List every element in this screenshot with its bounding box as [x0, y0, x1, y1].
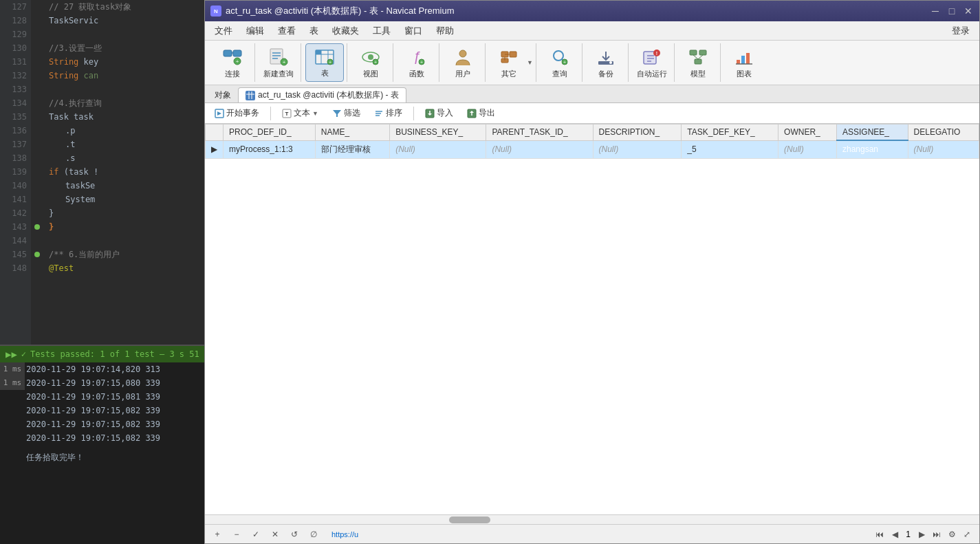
cell-description: (Null) [593, 140, 682, 158]
user-icon [452, 46, 474, 67]
expand-button[interactable]: ⤢ [960, 527, 974, 541]
prev-page-button[interactable]: ◀ [888, 527, 902, 541]
search-icon: + [549, 46, 571, 67]
svg-text:+: + [236, 58, 239, 65]
menu-favorites[interactable]: 收藏夹 [325, 22, 366, 40]
toolbar-function-group: ƒ + 函数 [395, 43, 439, 82]
toolbar-backup-button[interactable]: 备份 [587, 43, 625, 82]
toolbar-autorun-group: ! 自动运行 [630, 43, 675, 82]
settings-button[interactable]: ⚙ [945, 527, 959, 541]
model-icon [687, 46, 709, 67]
import-button[interactable]: 导入 [420, 105, 459, 121]
toolbar-other-button[interactable]: 其它 [490, 43, 528, 82]
add-record-button[interactable]: + [210, 527, 224, 541]
toolbar-new-query-button[interactable]: + 新建查询 [259, 43, 298, 82]
new-query-label: 新建查询 [263, 69, 294, 79]
log-line-6: 2020-11-29 19:07:15,082 339 [0, 431, 206, 445]
page-number: 1 [903, 530, 913, 539]
col-name[interactable]: NAME_ [315, 124, 389, 141]
table-row[interactable]: ▶ myProcess_1:1:3 部门经理审核 (Null) (Null) (… [206, 140, 979, 158]
cell-business-key: (Null) [390, 140, 486, 158]
toolbar-autorun-button[interactable]: ! 自动运行 [633, 43, 671, 82]
model-label: 模型 [690, 69, 706, 79]
view-label: 视图 [363, 69, 378, 79]
menu-tools[interactable]: 工具 [366, 22, 398, 40]
toolbar-connect-button[interactable]: + 连接 [213, 43, 252, 82]
backup-label: 备份 [598, 69, 613, 79]
discard-button[interactable]: ✕ [268, 527, 282, 541]
window-title: act_ru_task @activiti (本机数据库) - 表 - Navi… [226, 5, 930, 17]
toolbar-search-group: + 查询 [538, 43, 582, 82]
toolbar-user-button[interactable]: 用户 [444, 43, 482, 82]
toolbar-view-button[interactable]: + 视图 [351, 43, 390, 82]
menu-view[interactable]: 查看 [271, 22, 303, 40]
footer-text: 任务拾取完毕！ [0, 450, 206, 464]
toolbar-model-button[interactable]: 模型 [679, 43, 717, 82]
new-query-icon: + [268, 46, 290, 67]
refresh-button[interactable]: ↺ [287, 527, 301, 541]
toolbar-search-button[interactable]: + 查询 [541, 43, 579, 82]
col-delegation[interactable]: DELEGATIO [908, 124, 979, 141]
pagination-controls: ⏮ ◀ 1 ▶ ⏭ ⚙ ⤢ [873, 527, 974, 541]
svg-rect-54 [246, 91, 254, 99]
maximize-button[interactable]: □ [946, 6, 957, 17]
log-line-1: 2020-11-29 19:07:14,820 313 [0, 362, 206, 376]
action-bar: 开始事务 T 文本 ▼ 筛选 [205, 103, 979, 124]
horizontal-scrollbar[interactable] [205, 514, 979, 524]
menu-help[interactable]: 帮助 [429, 22, 461, 40]
scroll-thumb[interactable] [449, 516, 490, 523]
timing-badge-1: 1 ms [0, 362, 25, 376]
tab-active-table[interactable]: act_ru_task @activiti (本机数据库) - 表 [238, 87, 406, 102]
col-proc-def-id[interactable]: PROC_DEF_ID_ [224, 124, 316, 141]
action-divider-2 [413, 107, 414, 120]
col-assignee[interactable]: ASSIGNEE_ [836, 124, 908, 141]
status-url: https://u [331, 530, 358, 539]
cell-assignee: zhangsan [836, 140, 908, 158]
svg-point-21 [368, 54, 373, 60]
menu-window[interactable]: 窗口 [398, 22, 429, 40]
svg-marker-59 [217, 111, 221, 116]
menu-file[interactable]: 文件 [208, 22, 239, 40]
data-table: PROC_DEF_ID_ NAME_ BUSINESS_KEY_ PARENT_… [205, 124, 979, 159]
export-button[interactable]: 导出 [461, 105, 501, 121]
tab-object[interactable]: 对象 [208, 87, 238, 102]
next-page-button[interactable]: ▶ [915, 527, 928, 541]
log-line-4: 2020-11-29 19:07:15,082 339 [0, 404, 206, 417]
toolbar-chart-group: 图表 [722, 43, 766, 82]
close-button[interactable]: ✕ [963, 6, 974, 17]
col-parent-task-id[interactable]: PARENT_TASK_ID_ [486, 124, 593, 141]
toolbar-backup-group: 备份 [584, 43, 629, 82]
log-line-3: 2020-11-29 19:07:15,081 339 [0, 390, 206, 404]
chart-icon [733, 46, 755, 67]
null-button[interactable]: ∅ [307, 527, 320, 541]
last-page-button[interactable]: ⏭ [930, 527, 944, 541]
col-owner[interactable]: OWNER_ [778, 124, 837, 141]
col-task-def-key[interactable]: TASK_DEF_KEY_ [682, 124, 778, 141]
sort-button[interactable]: 排序 [369, 105, 408, 121]
toolbar-chart-button[interactable]: 图表 [725, 43, 763, 82]
filter-button[interactable]: 筛选 [327, 105, 366, 121]
toolbar-table-button[interactable]: + 表 [305, 43, 344, 82]
toolbar-user-group: 用户 [441, 43, 486, 82]
first-page-button[interactable]: ⏮ [873, 527, 886, 541]
apply-button[interactable]: ✓ [249, 527, 263, 541]
delete-record-button[interactable]: − [230, 527, 243, 541]
code-area: // 27 获取task对象 TaskServic //3.设置一些 Strin… [43, 0, 206, 275]
col-description[interactable]: DESCRIPTION_ [593, 124, 682, 141]
toolbar-function-button[interactable]: ƒ + 函数 [398, 43, 436, 82]
text-dropdown-arrow: ▼ [312, 110, 318, 117]
menu-edit[interactable]: 编辑 [239, 22, 271, 40]
filter-label: 筛选 [344, 107, 360, 119]
navicat-window: N act_ru_task @activiti (本机数据库) - 表 - Na… [204, 0, 980, 544]
menu-table[interactable]: 表 [303, 22, 325, 40]
table-label: 表 [321, 68, 329, 78]
minimize-button[interactable]: ─ [930, 6, 941, 17]
text-button[interactable]: T 文本 ▼ [276, 105, 324, 121]
menu-login[interactable]: 登录 [945, 22, 977, 40]
col-business-key[interactable]: BUSINESS_KEY_ [390, 124, 486, 141]
other-dropdown-arrow[interactable]: ▼ [527, 59, 533, 66]
window-controls: ─ □ ✕ [930, 6, 974, 17]
log-line-2: 2020-11-29 19:07:15,080 339 [0, 376, 206, 390]
cell-task-def-key: _5 [682, 140, 778, 158]
begin-transaction-button[interactable]: 开始事务 [209, 105, 265, 121]
